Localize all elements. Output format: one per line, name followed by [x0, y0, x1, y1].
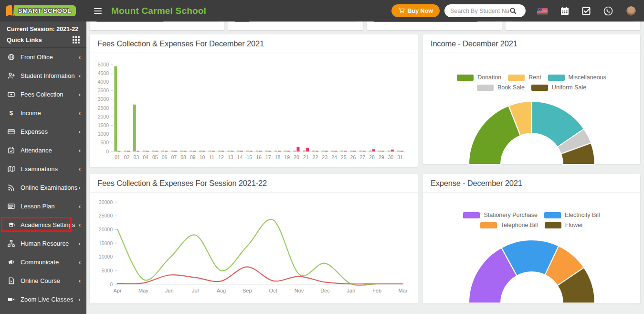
svg-text:09: 09	[190, 154, 196, 160]
language-flag-icon[interactable]	[537, 8, 548, 14]
legend-swatch	[545, 222, 561, 228]
svg-text:30: 30	[388, 154, 394, 160]
svg-text:20000: 20000	[99, 227, 113, 232]
legend-item-flower[interactable]: Flower	[545, 222, 583, 228]
legend-label: Uniform Sale	[552, 84, 586, 91]
online-examinations-icon	[8, 184, 15, 191]
svg-text:28: 28	[369, 154, 375, 160]
chevron-left-icon: ‹	[79, 147, 81, 154]
svg-text:04: 04	[143, 154, 148, 160]
svg-text:03: 03	[134, 154, 139, 160]
sidebar-item-online-course[interactable]: Online Course ‹	[0, 271, 86, 290]
sidebar-item-label: Lesson Plan	[21, 203, 79, 210]
chevron-left-icon: ‹	[79, 277, 81, 284]
chevron-left-icon: ‹	[79, 203, 81, 210]
svg-text:10: 10	[200, 154, 205, 160]
grid-icon[interactable]	[73, 36, 80, 43]
sidebar-item-academics-settings[interactable]: Academics Settings ‹	[0, 216, 86, 234]
sidebar-item-examinations[interactable]: Examinations ‹	[0, 160, 86, 178]
legend-item-donation[interactable]: Donation	[457, 74, 501, 81]
sidebar-item-zoom-live-classes[interactable]: Zoom Live Classes ‹	[0, 290, 86, 309]
svg-text:3500: 3500	[98, 87, 109, 93]
income-icon: $	[8, 109, 15, 117]
legend-item-miscellaneous[interactable]: Miscellaneous	[548, 74, 606, 81]
user-avatar[interactable]	[626, 6, 636, 16]
svg-text:5000: 5000	[102, 268, 113, 273]
sidebar: Current Session: 2021-22 Quick Links Fro…	[0, 22, 86, 314]
legend-item-electricity-bill[interactable]: Electricity Bill	[544, 212, 600, 218]
legend-item-uniform-sale[interactable]: Uniform Sale	[531, 84, 586, 91]
svg-text:Dec: Dec	[320, 288, 330, 293]
search-input[interactable]	[450, 8, 509, 14]
legend-item-telephone-bill[interactable]: Telephone Bill	[480, 222, 538, 228]
whatsapp-icon[interactable]	[603, 6, 613, 16]
sidebar-item-fees-collection[interactable]: Fees Collection ‹	[0, 85, 86, 104]
svg-text:Nov: Nov	[295, 288, 304, 293]
sidebar-item-smart-live-classes[interactable]: Smart Live Classes ‹	[0, 309, 86, 314]
svg-text:10000: 10000	[99, 254, 113, 260]
communicate-icon	[8, 259, 15, 266]
svg-text:11: 11	[209, 154, 214, 160]
quick-links-label: Quick Links	[7, 36, 42, 43]
expense-donut-chart	[427, 236, 637, 304]
legend-swatch	[480, 222, 497, 228]
svg-text:0: 0	[106, 149, 109, 154]
sidebar-item-front-office[interactable]: Front Office ‹	[0, 48, 86, 66]
svg-text:3000: 3000	[98, 96, 109, 102]
chevron-left-icon: ‹	[79, 165, 81, 173]
svg-text:17: 17	[265, 154, 271, 160]
legend-item-stationery-purchase[interactable]: Stationery Purchase	[463, 212, 538, 218]
svg-text:14: 14	[237, 154, 243, 160]
chevron-left-icon: ‹	[79, 221, 81, 228]
svg-text:02: 02	[124, 154, 130, 160]
app-logo[interactable]: SMART SCHOOL	[0, 0, 86, 22]
svg-text:25: 25	[341, 154, 347, 160]
sidebar-item-lesson-plan[interactable]: Lesson Plan ‹	[0, 197, 86, 216]
cart-icon	[398, 8, 405, 14]
legend-swatch	[531, 85, 548, 91]
buy-now-button[interactable]: Buy Now	[391, 4, 440, 17]
hamburger-icon[interactable]	[94, 7, 102, 15]
chart-title: Income - December 2021	[423, 34, 640, 53]
search-icon[interactable]	[509, 7, 517, 14]
legend-swatch	[463, 212, 480, 218]
sidebar-item-online-examinations[interactable]: Online Examinations ‹	[0, 178, 86, 197]
legend-item-rent[interactable]: Rent	[508, 74, 541, 81]
sidebar-item-attendance[interactable]: Attendance ‹	[0, 141, 86, 160]
sidebar-item-communicate[interactable]: Communicate ‹	[0, 253, 86, 271]
sidebar-item-label: Attendance	[21, 147, 79, 154]
chart-title: Fees Collection & Expenses For Session 2…	[90, 174, 418, 193]
chart-card-fees-december: Fees Collection & Expenses For December …	[90, 34, 418, 167]
sidebar-item-label: Fees Collection	[21, 91, 79, 98]
svg-text:May: May	[138, 288, 148, 293]
svg-text:500: 500	[100, 140, 109, 145]
chevron-left-icon: ‹	[79, 91, 81, 98]
sidebar-item-expenses[interactable]: Expenses ‹	[0, 122, 86, 141]
expense-legend: Stationery Purchase Electricity Bill Tel…	[436, 212, 627, 228]
chevron-left-icon: ‹	[79, 296, 81, 303]
svg-text:30000: 30000	[99, 199, 113, 205]
legend-swatch	[508, 75, 525, 81]
svg-text:08: 08	[180, 154, 186, 160]
legend-item-book-sale[interactable]: Book Sale	[477, 84, 525, 91]
top-header: SMART SCHOOL Mount Carmel School Buy Now	[0, 0, 644, 22]
svg-text:16: 16	[256, 154, 262, 160]
sidebar-item-income[interactable]: $ Income ‹	[0, 104, 86, 122]
svg-text:05: 05	[152, 154, 158, 160]
tasks-icon[interactable]	[582, 7, 591, 15]
sidebar-item-label: Online Course	[21, 277, 79, 284]
svg-text:Oct: Oct	[269, 288, 277, 293]
sidebar-item-label: Front Office	[21, 54, 79, 61]
svg-text:Sep: Sep	[243, 288, 252, 293]
sidebar-item-human-resource[interactable]: Human Resource ‹	[0, 234, 86, 253]
academics-settings-icon	[8, 221, 15, 228]
svg-text:13: 13	[228, 154, 233, 160]
chart-title: Expense - December 2021	[423, 174, 640, 193]
calendar-icon[interactable]	[560, 7, 569, 15]
sidebar-item-student-information[interactable]: Student Information ‹	[0, 66, 86, 85]
main-content: FEES AWAITING PAYMENT 5/9 CONVERTED LEAD…	[86, 0, 644, 303]
chart-card-expense: Expense - December 2021 Stationery Purch…	[423, 174, 640, 303]
human-resource-icon	[8, 240, 15, 247]
video-icon	[8, 296, 15, 303]
chevron-left-icon: ‹	[79, 72, 81, 79]
